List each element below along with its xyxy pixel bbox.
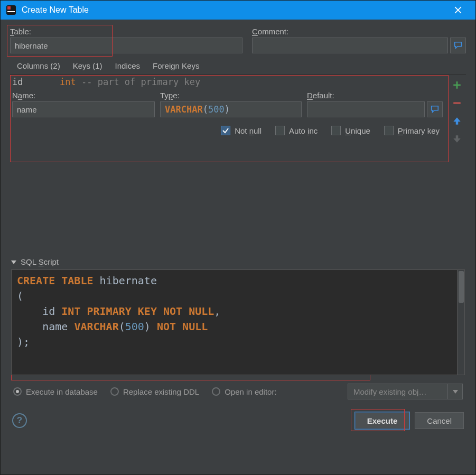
column-tabs: Columns (2) Keys (1) Indices Foreign Key… xyxy=(10,59,466,72)
sql-scrollbar[interactable] xyxy=(457,270,464,375)
plus-icon xyxy=(452,80,462,90)
triangle-down-icon xyxy=(11,259,16,265)
radio-open-editor[interactable]: Open in editor: xyxy=(212,387,276,396)
svg-marker-8 xyxy=(453,117,461,125)
tab-columns[interactable]: Columns (2) xyxy=(12,59,65,72)
minus-icon xyxy=(452,98,462,108)
comment-label: Comment: xyxy=(252,27,466,36)
window-title: Create New Table xyxy=(22,5,446,15)
tab-foreign-keys[interactable]: Foreign Keys xyxy=(148,59,204,72)
app-icon xyxy=(6,5,16,15)
help-button[interactable]: ? xyxy=(12,413,27,428)
checkbox-icon xyxy=(384,126,394,135)
column-type-input[interactable]: VARCHAR(500) xyxy=(160,101,302,117)
default-expand-button[interactable] xyxy=(427,101,443,117)
column-default-input[interactable] xyxy=(307,101,425,117)
cancel-button[interactable]: Cancel xyxy=(415,412,464,429)
close-button[interactable] xyxy=(446,1,470,20)
column-preview-row[interactable]: id int -- part of primary key xyxy=(10,75,445,89)
move-up-button[interactable] xyxy=(450,114,464,128)
autoinc-checkbox[interactable]: Auto inc xyxy=(275,126,318,135)
svg-marker-11 xyxy=(453,390,458,394)
move-down-button[interactable] xyxy=(450,132,464,146)
svg-rect-2 xyxy=(7,11,15,12)
preview-col-comment: -- part of primary key xyxy=(81,77,200,87)
comment-input[interactable] xyxy=(252,38,448,53)
execute-button[interactable]: Execute xyxy=(355,412,410,429)
name-label: Name: xyxy=(12,91,155,100)
question-icon: ? xyxy=(17,415,22,426)
preview-col-type: int xyxy=(60,77,76,87)
titlebar: Create New Table xyxy=(1,1,475,20)
comment-expand-button[interactable] xyxy=(450,38,466,53)
close-icon xyxy=(454,6,462,14)
add-column-button[interactable] xyxy=(450,78,464,92)
remove-column-button[interactable] xyxy=(450,96,464,110)
radio-replace-ddl[interactable]: Replace existing DDL xyxy=(110,387,199,396)
svg-marker-9 xyxy=(453,135,461,143)
preview-col-name: id xyxy=(12,77,60,87)
radio-icon xyxy=(212,387,220,396)
sql-script-toggle[interactable]: SQL Script xyxy=(11,254,465,269)
primarykey-checkbox[interactable]: Primary key xyxy=(384,126,440,135)
arrow-up-icon xyxy=(452,116,462,126)
svg-marker-10 xyxy=(11,260,16,264)
speech-bubble-icon xyxy=(430,105,440,114)
radio-execute-db[interactable]: Execute in database xyxy=(13,387,98,396)
svg-rect-1 xyxy=(7,6,11,10)
speech-bubble-icon xyxy=(453,41,463,50)
chevron-down-icon xyxy=(447,384,462,399)
checkbox-icon xyxy=(221,126,230,135)
notnull-checkbox[interactable]: Not null xyxy=(221,126,262,135)
table-input[interactable] xyxy=(10,38,242,53)
tab-indices[interactable]: Indices xyxy=(110,59,145,72)
type-label: Type: xyxy=(160,91,302,100)
radio-icon xyxy=(13,387,22,396)
radio-icon xyxy=(110,387,119,396)
open-editor-combo[interactable]: Modify existing obj… xyxy=(348,384,463,399)
default-label: Default: xyxy=(307,91,443,100)
tab-keys[interactable]: Keys (1) xyxy=(68,59,107,72)
unique-checkbox[interactable]: Unique xyxy=(331,126,370,135)
sql-editor[interactable]: CREATE TABLE hibernate ( id INT PRIMARY … xyxy=(11,269,465,375)
table-label: Table: xyxy=(10,27,242,36)
checkbox-icon xyxy=(331,126,341,135)
checkbox-icon xyxy=(275,126,285,135)
column-name-input[interactable] xyxy=(12,101,155,117)
arrow-down-icon xyxy=(452,134,462,144)
